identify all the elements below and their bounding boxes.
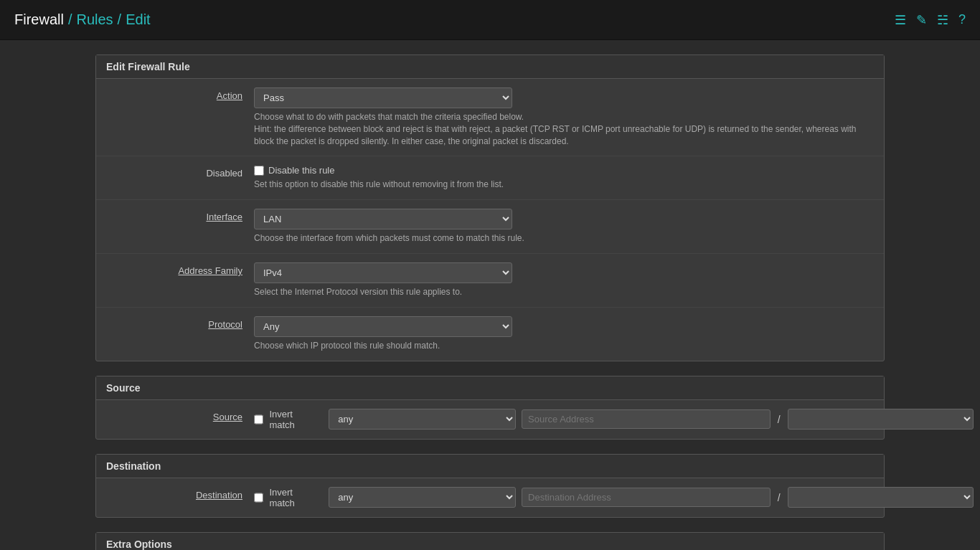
action-hint: Choose what to do with packets that matc… xyxy=(254,111,877,147)
source-row: Source Invert match any Single host or a… xyxy=(96,400,884,439)
protocol-label: Protocol xyxy=(96,315,254,330)
disabled-content: Disable this rule Set this option to dis… xyxy=(254,163,884,192)
source-slash: / xyxy=(776,414,782,425)
disabled-row: Disabled Disable this rule Set this opti… xyxy=(96,156,884,200)
protocol-hint: Choose which IP protocol this rule shoul… xyxy=(254,340,877,352)
source-type-select[interactable]: any Single host or alias Network LAN sub… xyxy=(329,409,516,430)
doc-icon[interactable]: ☵ xyxy=(937,12,948,28)
sep1: / xyxy=(68,11,72,28)
source-label: Source xyxy=(96,407,254,422)
address-family-content: IPv4 IPv6 IPv4+IPv6 Select the Internet … xyxy=(254,261,884,300)
interface-content: LAN WAN LAN2 Choose the interface from w… xyxy=(254,207,884,246)
disabled-hint: Set this option to disable this rule wit… xyxy=(254,179,877,191)
destination-section-header: Destination xyxy=(96,455,884,478)
disabled-checkbox-label[interactable]: Disable this rule xyxy=(268,165,335,176)
source-card: Source Source Invert match any Single ho… xyxy=(95,376,885,440)
chart-icon[interactable]: ✎ xyxy=(916,12,927,28)
help-icon[interactable]: ? xyxy=(958,12,966,27)
destination-card: Destination Destination Invert match any… xyxy=(95,454,885,518)
protocol-content: Any TCP UDP TCP/UDP ICMP Choose which IP… xyxy=(254,315,884,354)
disabled-checkbox[interactable] xyxy=(254,166,264,176)
address-family-label: Address Family xyxy=(96,261,254,276)
sep2: / xyxy=(118,11,122,28)
disabled-checkbox-row: Disable this rule xyxy=(254,165,877,176)
source-match-row: Invert match any Single host or alias Ne… xyxy=(254,409,974,430)
interface-select[interactable]: LAN WAN LAN2 xyxy=(254,209,512,229)
address-family-row: Address Family IPv4 IPv6 IPv4+IPv6 Selec… xyxy=(96,254,884,308)
destination-row: Destination Invert match any Single host… xyxy=(96,478,884,517)
destination-invert-checkbox[interactable] xyxy=(254,493,263,503)
disabled-label: Disabled xyxy=(96,163,254,179)
breadcrumb: Firewall / Rules / Edit xyxy=(14,11,151,28)
address-family-select[interactable]: IPv4 IPv6 IPv4+IPv6 xyxy=(254,262,512,283)
breadcrumb-rules[interactable]: Rules xyxy=(76,11,113,28)
action-content: Pass Block Reject Choose what to do with… xyxy=(254,86,884,148)
source-address-input[interactable] xyxy=(522,409,771,429)
interface-label: Interface xyxy=(96,207,254,222)
destination-address-input[interactable] xyxy=(522,488,771,507)
action-label: Action xyxy=(96,86,254,101)
address-family-hint: Select the Internet Protocol version thi… xyxy=(254,286,877,298)
topnav: Firewall / Rules / Edit ☰ ✎ ☵ ? xyxy=(0,0,980,40)
action-row: Action Pass Block Reject Choose what to … xyxy=(96,79,884,156)
main-content: Edit Firewall Rule Action Pass Block Rej… xyxy=(81,54,899,550)
protocol-select[interactable]: Any TCP UDP TCP/UDP ICMP xyxy=(254,316,512,337)
destination-cidr-select[interactable]: 8 16 24 32 xyxy=(788,487,974,508)
source-section-header: Source xyxy=(96,376,884,400)
card-title: Edit Firewall Rule xyxy=(96,55,884,79)
breadcrumb-firewall: Firewall xyxy=(14,11,64,28)
interface-row: Interface LAN WAN LAN2 Choose the interf… xyxy=(96,200,884,254)
destination-label: Destination xyxy=(96,485,254,501)
action-select[interactable]: Pass Block Reject xyxy=(254,87,512,108)
destination-type-select[interactable]: any Single host or alias Network LAN sub… xyxy=(329,487,516,508)
extra-options-card: Extra Options Log Log packets that are h… xyxy=(95,532,885,550)
destination-slash: / xyxy=(776,492,782,503)
destination-invert-label[interactable]: Invert match xyxy=(269,487,319,508)
interface-hint: Choose the interface from which packets … xyxy=(254,232,877,245)
source-content: Invert match any Single host or alias Ne… xyxy=(254,407,980,432)
destination-match-row: Invert match any Single host or alias Ne… xyxy=(254,487,974,508)
source-invert-label[interactable]: Invert match xyxy=(269,409,319,430)
extra-section-header: Extra Options xyxy=(96,533,884,550)
protocol-row: Protocol Any TCP UDP TCP/UDP ICMP Choose… xyxy=(96,308,884,361)
source-cidr-select[interactable]: 8 16 24 32 xyxy=(788,409,974,430)
edit-firewall-rule-card: Edit Firewall Rule Action Pass Block Rej… xyxy=(95,54,885,361)
breadcrumb-edit: Edit xyxy=(126,11,150,28)
source-invert-checkbox[interactable] xyxy=(254,414,263,425)
destination-content: Invert match any Single host or alias Ne… xyxy=(254,485,980,510)
topnav-icons: ☰ ✎ ☵ ? xyxy=(895,12,966,28)
list-icon[interactable]: ☰ xyxy=(895,12,906,28)
